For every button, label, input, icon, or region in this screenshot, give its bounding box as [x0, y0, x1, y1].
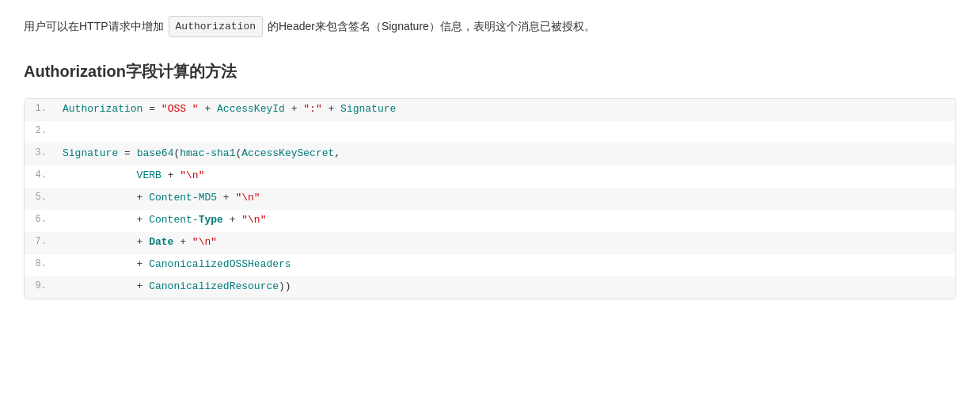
code-line: 6. + Content-Type + "\n" — [25, 210, 955, 232]
intro-before: 用户可以在HTTP请求中增加 — [24, 17, 164, 36]
line-content: + CanonicalizedResource)) — [53, 276, 955, 299]
line-content — [53, 121, 955, 143]
code-line: 5. + Content-MD5 + "\n" — [25, 188, 955, 210]
intro-after: 的Header来包含签名（Signature）信息，表明这个消息已被授权。 — [268, 17, 595, 36]
line-number: 2. — [25, 121, 53, 143]
line-number: 3. — [25, 143, 53, 166]
line-content: Signature = base64(hmac-sha1(AccessKeySe… — [53, 143, 955, 166]
code-line: 1.Authorization = "OSS " + AccessKeyId +… — [25, 99, 955, 121]
code-line: 9. + CanonicalizedResource)) — [25, 276, 955, 299]
code-line: 7. + Date + "\n" — [25, 232, 955, 254]
line-number: 5. — [25, 188, 53, 210]
line-number: 8. — [25, 254, 53, 276]
authorization-badge: Authorization — [169, 16, 263, 37]
line-content: + Date + "\n" — [53, 232, 955, 254]
line-number: 9. — [25, 276, 53, 299]
line-number: 1. — [25, 99, 53, 121]
line-content: + CanonicalizedOSSHeaders — [53, 254, 955, 276]
line-number: 4. — [25, 166, 53, 188]
line-number: 6. — [25, 210, 53, 232]
intro-paragraph: 用户可以在HTTP请求中增加 Authorization 的Header来包含签… — [24, 16, 956, 37]
section-title: Authorization字段计算的方法 — [24, 61, 956, 82]
line-content: VERB + "\n" — [53, 166, 955, 188]
code-line: 2. — [25, 121, 955, 143]
line-content: + Content-Type + "\n" — [53, 210, 955, 232]
code-block: 1.Authorization = "OSS " + AccessKeyId +… — [24, 98, 956, 299]
code-line: 4. VERB + "\n" — [25, 166, 955, 188]
line-number: 7. — [25, 232, 53, 254]
line-content: Authorization = "OSS " + AccessKeyId + "… — [53, 99, 955, 121]
line-content: + Content-MD5 + "\n" — [53, 188, 955, 210]
code-line: 3.Signature = base64(hmac-sha1(AccessKey… — [25, 143, 955, 166]
code-line: 8. + CanonicalizedOSSHeaders — [25, 254, 955, 276]
